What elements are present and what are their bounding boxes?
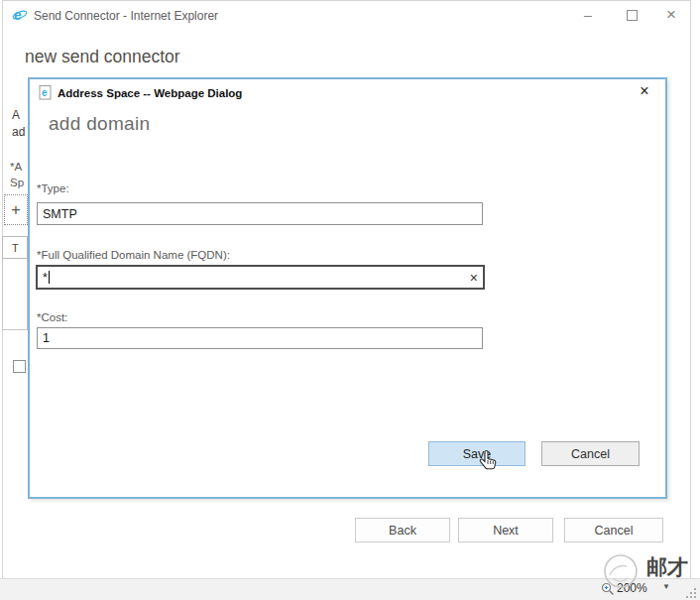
minimize-button[interactable]: – xyxy=(573,0,603,30)
background-label-fragment: Sp xyxy=(10,177,24,188)
page-title: new send connector xyxy=(25,47,180,67)
background-text-fragment: ad xyxy=(12,125,25,139)
next-button-label: Next xyxy=(493,524,519,538)
save-button[interactable]: Save xyxy=(428,441,525,466)
clear-input-icon[interactable]: × xyxy=(470,271,478,285)
address-space-dialog: e Address Space -- Webpage Dialog × add … xyxy=(28,77,667,499)
dialog-title: Address Space -- Webpage Dialog xyxy=(58,87,242,99)
dialog-close-button[interactable]: × xyxy=(636,82,653,100)
wizard-cancel-label: Cancel xyxy=(595,524,634,538)
scoped-connector-checkbox[interactable] xyxy=(13,360,26,373)
type-input[interactable]: SMTP xyxy=(37,202,483,225)
cost-input[interactable]: 1 xyxy=(37,327,483,349)
cost-value: 1 xyxy=(43,331,50,345)
fqdn-value: * xyxy=(43,271,48,285)
next-button[interactable]: Next xyxy=(458,518,553,542)
svg-text:e: e xyxy=(42,87,48,98)
window-title: Send Connector - Internet Explorer xyxy=(34,9,218,23)
background-label-fragment: *A xyxy=(10,161,22,173)
hand-cursor-icon xyxy=(478,449,500,474)
type-value: SMTP xyxy=(43,207,77,221)
maximize-button[interactable] xyxy=(617,0,646,30)
fqdn-input[interactable]: * × xyxy=(36,265,485,290)
fqdn-label: *Full Qualified Domain Name (FQDN): xyxy=(37,249,230,261)
maximize-icon xyxy=(627,10,638,21)
minimize-icon: – xyxy=(584,7,592,23)
type-label: *Type: xyxy=(37,182,69,194)
background-text-fragment: A xyxy=(12,108,20,122)
svg-text:e: e xyxy=(14,7,22,23)
dialog-cancel-button[interactable]: Cancel xyxy=(541,441,640,466)
back-button-label: Back xyxy=(389,524,416,538)
close-icon: × xyxy=(666,5,676,25)
address-space-grid-header: T xyxy=(2,236,28,259)
status-bar xyxy=(0,578,700,600)
resize-grip-icon[interactable] xyxy=(685,587,697,599)
add-address-space-button[interactable]: + xyxy=(4,194,28,225)
cost-label: *Cost: xyxy=(37,311,67,323)
dialog-cancel-label: Cancel xyxy=(571,447,610,461)
address-space-grid xyxy=(2,259,28,330)
webpage-dialog-icon: e xyxy=(39,85,53,100)
text-caret xyxy=(49,271,50,284)
dialog-close-icon: × xyxy=(640,82,648,99)
plus-icon: + xyxy=(11,201,20,219)
ie-window: e Send Connector - Internet Explorer – ×… xyxy=(0,0,700,600)
back-button[interactable]: Back xyxy=(355,518,450,542)
watermark-text: 邮才 xyxy=(646,553,688,581)
dialog-heading: add domain xyxy=(49,113,150,135)
zoom-dropdown-icon[interactable]: ▼ xyxy=(662,582,670,591)
watermark-seal-icon xyxy=(597,551,644,591)
wizard-cancel-button[interactable]: Cancel xyxy=(564,518,663,542)
ie-logo-icon: e xyxy=(12,7,28,23)
close-window-button[interactable]: × xyxy=(656,0,686,30)
